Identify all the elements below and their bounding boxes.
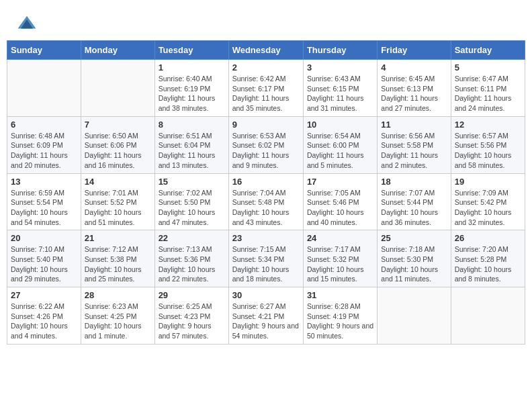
day-header-friday: Friday — [378, 41, 451, 60]
cell-info: Sunrise: 6:48 AMSunset: 6:09 PMDaylight:… — [11, 131, 77, 171]
day-header-sunday: Sunday — [7, 41, 81, 60]
day-number: 29 — [159, 290, 225, 300]
calendar-week-row: 20Sunrise: 7:10 AMSunset: 5:40 PMDayligh… — [7, 230, 525, 287]
day-header-tuesday: Tuesday — [154, 41, 228, 60]
calendar-cell: 28Sunrise: 6:23 AMSunset: 4:25 PMDayligh… — [81, 287, 154, 345]
day-number: 26 — [455, 233, 521, 243]
calendar-cell: 8Sunrise: 6:51 AMSunset: 6:04 PMDaylight… — [154, 116, 228, 173]
day-number: 21 — [85, 233, 151, 243]
calendar-cell: 11Sunrise: 6:56 AMSunset: 5:58 PMDayligh… — [378, 116, 451, 173]
day-number: 4 — [381, 62, 447, 73]
cell-info: Sunrise: 6:53 AMSunset: 6:02 PMDaylight:… — [232, 131, 300, 171]
calendar-cell: 24Sunrise: 7:17 AMSunset: 5:32 PMDayligh… — [303, 230, 377, 287]
calendar-cell — [451, 287, 525, 345]
cell-info: Sunrise: 6:25 AMSunset: 4:23 PMDaylight:… — [159, 302, 225, 341]
day-number: 10 — [307, 120, 373, 130]
day-header-monday: Monday — [81, 41, 154, 60]
logo — [17, 13, 40, 34]
calendar-cell: 9Sunrise: 6:53 AMSunset: 6:02 PMDaylight… — [228, 116, 303, 173]
day-number: 5 — [455, 62, 521, 73]
cell-info: Sunrise: 6:43 AMSunset: 6:15 PMDaylight:… — [307, 74, 373, 113]
day-number: 7 — [85, 120, 151, 130]
day-number: 30 — [232, 290, 300, 300]
calendar-cell: 10Sunrise: 6:54 AMSunset: 6:00 PMDayligh… — [303, 116, 377, 173]
cell-info: Sunrise: 6:59 AMSunset: 5:54 PMDaylight:… — [11, 188, 77, 228]
day-number: 17 — [307, 177, 373, 187]
day-number: 24 — [307, 233, 373, 243]
calendar-header-row: SundayMondayTuesdayWednesdayThursdayFrid… — [7, 41, 525, 60]
calendar-cell: 6Sunrise: 6:48 AMSunset: 6:09 PMDaylight… — [7, 116, 81, 173]
day-number: 22 — [159, 233, 225, 243]
calendar-cell — [81, 60, 154, 117]
calendar-cell: 12Sunrise: 6:57 AMSunset: 5:56 PMDayligh… — [451, 116, 525, 173]
calendar-cell: 17Sunrise: 7:05 AMSunset: 5:46 PMDayligh… — [303, 173, 377, 230]
calendar-cell: 1Sunrise: 6:40 AMSunset: 6:19 PMDaylight… — [154, 60, 228, 117]
calendar-cell: 27Sunrise: 6:22 AMSunset: 4:26 PMDayligh… — [7, 287, 81, 345]
calendar-cell: 21Sunrise: 7:12 AMSunset: 5:38 PMDayligh… — [81, 230, 154, 287]
cell-info: Sunrise: 6:51 AMSunset: 6:04 PMDaylight:… — [159, 131, 225, 171]
cell-info: Sunrise: 6:54 AMSunset: 6:00 PMDaylight:… — [307, 131, 373, 171]
cell-info: Sunrise: 7:20 AMSunset: 5:28 PMDaylight:… — [455, 244, 521, 284]
calendar-cell: 29Sunrise: 6:25 AMSunset: 4:23 PMDayligh… — [154, 287, 228, 345]
cell-info: Sunrise: 7:01 AMSunset: 5:52 PMDaylight:… — [85, 188, 151, 228]
cell-info: Sunrise: 7:07 AMSunset: 5:44 PMDaylight:… — [381, 188, 447, 228]
calendar-week-row: 27Sunrise: 6:22 AMSunset: 4:26 PMDayligh… — [7, 287, 525, 345]
day-number: 28 — [85, 290, 151, 300]
day-number: 25 — [381, 233, 447, 243]
day-number: 14 — [85, 177, 151, 187]
cell-info: Sunrise: 7:09 AMSunset: 5:42 PMDaylight:… — [455, 188, 521, 228]
cell-info: Sunrise: 7:13 AMSunset: 5:36 PMDaylight:… — [159, 244, 225, 284]
calendar-cell: 7Sunrise: 6:50 AMSunset: 6:06 PMDaylight… — [81, 116, 154, 173]
cell-info: Sunrise: 6:28 AMSunset: 4:19 PMDaylight:… — [307, 302, 373, 341]
cell-info: Sunrise: 7:17 AMSunset: 5:32 PMDaylight:… — [307, 244, 373, 284]
cell-info: Sunrise: 6:47 AMSunset: 6:11 PMDaylight:… — [455, 74, 521, 113]
page-header — [7, 7, 525, 37]
cell-info: Sunrise: 6:23 AMSunset: 4:25 PMDaylight:… — [85, 302, 151, 341]
day-number: 16 — [232, 177, 300, 187]
calendar-cell: 2Sunrise: 6:42 AMSunset: 6:17 PMDaylight… — [228, 60, 303, 117]
calendar-cell: 19Sunrise: 7:09 AMSunset: 5:42 PMDayligh… — [451, 173, 525, 230]
day-number: 18 — [381, 177, 447, 187]
day-number: 1 — [159, 62, 225, 73]
calendar-week-row: 6Sunrise: 6:48 AMSunset: 6:09 PMDaylight… — [7, 116, 525, 173]
calendar-cell: 23Sunrise: 7:15 AMSunset: 5:34 PMDayligh… — [228, 230, 303, 287]
calendar-cell: 30Sunrise: 6:27 AMSunset: 4:21 PMDayligh… — [228, 287, 303, 345]
day-number: 12 — [455, 120, 521, 130]
day-number: 19 — [455, 177, 521, 187]
calendar-cell: 18Sunrise: 7:07 AMSunset: 5:44 PMDayligh… — [378, 173, 451, 230]
cell-info: Sunrise: 7:04 AMSunset: 5:48 PMDaylight:… — [232, 188, 300, 228]
day-number: 23 — [232, 233, 300, 243]
calendar-cell: 26Sunrise: 7:20 AMSunset: 5:28 PMDayligh… — [451, 230, 525, 287]
cell-info: Sunrise: 7:18 AMSunset: 5:30 PMDaylight:… — [381, 244, 447, 284]
logo-icon — [17, 13, 37, 34]
day-number: 15 — [159, 177, 225, 187]
calendar-cell: 3Sunrise: 6:43 AMSunset: 6:15 PMDaylight… — [303, 60, 377, 117]
calendar-cell — [378, 287, 451, 345]
day-header-saturday: Saturday — [451, 41, 525, 60]
day-number: 2 — [232, 62, 300, 73]
cell-info: Sunrise: 7:15 AMSunset: 5:34 PMDaylight:… — [232, 244, 300, 284]
calendar-cell: 15Sunrise: 7:02 AMSunset: 5:50 PMDayligh… — [154, 173, 228, 230]
day-number: 8 — [159, 120, 225, 130]
cell-info: Sunrise: 6:57 AMSunset: 5:56 PMDaylight:… — [455, 131, 521, 171]
cell-info: Sunrise: 6:27 AMSunset: 4:21 PMDaylight:… — [232, 302, 300, 341]
calendar-cell: 4Sunrise: 6:45 AMSunset: 6:13 PMDaylight… — [378, 60, 451, 117]
calendar-cell: 13Sunrise: 6:59 AMSunset: 5:54 PMDayligh… — [7, 173, 81, 230]
calendar-cell: 25Sunrise: 7:18 AMSunset: 5:30 PMDayligh… — [378, 230, 451, 287]
calendar-cell: 5Sunrise: 6:47 AMSunset: 6:11 PMDaylight… — [451, 60, 525, 117]
cell-info: Sunrise: 7:05 AMSunset: 5:46 PMDaylight:… — [307, 188, 373, 228]
cell-info: Sunrise: 6:45 AMSunset: 6:13 PMDaylight:… — [381, 74, 447, 113]
calendar-cell — [7, 60, 81, 117]
cell-info: Sunrise: 6:42 AMSunset: 6:17 PMDaylight:… — [232, 74, 300, 113]
day-number: 20 — [11, 233, 77, 243]
cell-info: Sunrise: 7:02 AMSunset: 5:50 PMDaylight:… — [159, 188, 225, 228]
calendar-table: SundayMondayTuesdayWednesdayThursdayFrid… — [7, 40, 525, 345]
day-number: 27 — [11, 290, 77, 300]
calendar-cell: 20Sunrise: 7:10 AMSunset: 5:40 PMDayligh… — [7, 230, 81, 287]
cell-info: Sunrise: 6:40 AMSunset: 6:19 PMDaylight:… — [159, 74, 225, 113]
calendar-cell: 31Sunrise: 6:28 AMSunset: 4:19 PMDayligh… — [303, 287, 377, 345]
day-number: 31 — [307, 290, 373, 300]
day-number: 13 — [11, 177, 77, 187]
day-header-wednesday: Wednesday — [228, 41, 303, 60]
cell-info: Sunrise: 7:12 AMSunset: 5:38 PMDaylight:… — [85, 244, 151, 284]
